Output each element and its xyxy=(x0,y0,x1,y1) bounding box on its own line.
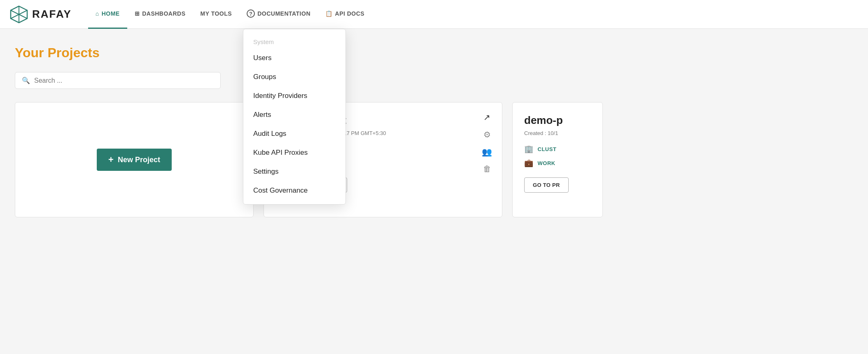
dropdown-item-cost-governance[interactable]: Cost Governance xyxy=(243,181,345,200)
page-title: Your Projects xyxy=(15,45,853,61)
demo-project-card: demo-p Created : 10/1 🏢 CLUST 💼 WORK GO … xyxy=(512,102,603,217)
search-bar: 🔍 xyxy=(15,72,221,89)
dashboards-icon: ⊞ xyxy=(135,10,140,17)
demo-project-created: Created : 10/1 xyxy=(524,130,591,136)
projects-row: + New Project ↗ ⚙ 👥 🗑 defaultproject Cre… xyxy=(15,102,853,217)
demo-workloads-link[interactable]: 💼 WORK xyxy=(524,158,591,168)
main-content: Your Projects 🔍 + New Project ↗ ⚙ 👥 🗑 de… xyxy=(0,29,868,354)
nav-item-home[interactable]: ⌂ HOME xyxy=(88,0,127,29)
dropdown-section-label: System xyxy=(243,33,345,49)
demo-project-name: demo-p xyxy=(524,114,591,127)
demo-project-links: 🏢 CLUST 💼 WORK xyxy=(524,144,591,168)
dropdown-item-alerts[interactable]: Alerts xyxy=(243,105,345,124)
nav-item-my-tools[interactable]: MY TOOLS xyxy=(193,0,240,29)
nav-item-documentation[interactable]: ? DOCUMENTATION xyxy=(239,0,318,29)
plus-icon: + xyxy=(108,154,114,165)
dropdown-item-audit-logs[interactable]: Audit Logs xyxy=(243,124,345,143)
dropdown-item-users[interactable]: Users xyxy=(243,49,345,68)
trend-icon[interactable]: ↗ xyxy=(483,112,490,122)
logo-area: RAFAY xyxy=(10,5,72,23)
nav-item-api-docs[interactable]: 📋 API DOCS xyxy=(318,0,372,29)
demo-clusters-link[interactable]: 🏢 CLUST xyxy=(524,144,591,154)
dropdown-item-groups[interactable]: Groups xyxy=(243,68,345,86)
search-icon: 🔍 xyxy=(22,77,30,84)
people-icon[interactable]: 👥 xyxy=(482,147,492,157)
dropdown-menu: System Users Groups Identity Providers A… xyxy=(243,29,346,205)
demo-clusters-icon: 🏢 xyxy=(524,144,534,154)
home-icon: ⌂ xyxy=(96,10,99,17)
new-project-card: + New Project xyxy=(15,102,254,217)
nav-item-dashboards[interactable]: ⊞ DASHBOARDS xyxy=(127,0,193,29)
main-nav: ⌂ HOME ⊞ DASHBOARDS MY TOOLS ? DOCUMENTA… xyxy=(88,0,858,29)
trash-icon[interactable]: 🗑 xyxy=(483,164,491,174)
demo-workloads-icon: 💼 xyxy=(524,158,534,168)
dropdown-item-identity-providers[interactable]: Identity Providers xyxy=(243,86,345,105)
api-docs-icon: 📋 xyxy=(325,10,333,17)
new-project-button[interactable]: + New Project xyxy=(97,149,172,171)
search-input[interactable] xyxy=(34,77,214,84)
dropdown-item-settings[interactable]: Settings xyxy=(243,162,345,181)
gear-icon[interactable]: ⚙ xyxy=(483,130,491,140)
logo-text: RAFAY xyxy=(32,8,72,21)
dropdown-item-kube-api-proxies[interactable]: Kube API Proxies xyxy=(243,143,345,162)
demo-goto-button[interactable]: GO TO PR xyxy=(524,177,569,193)
header: RAFAY ⌂ HOME ⊞ DASHBOARDS MY TOOLS ? DOC… xyxy=(0,0,868,29)
card-actions: ↗ ⚙ 👥 🗑 xyxy=(482,112,492,174)
documentation-icon: ? xyxy=(247,9,255,18)
rafay-logo-icon xyxy=(10,5,28,23)
